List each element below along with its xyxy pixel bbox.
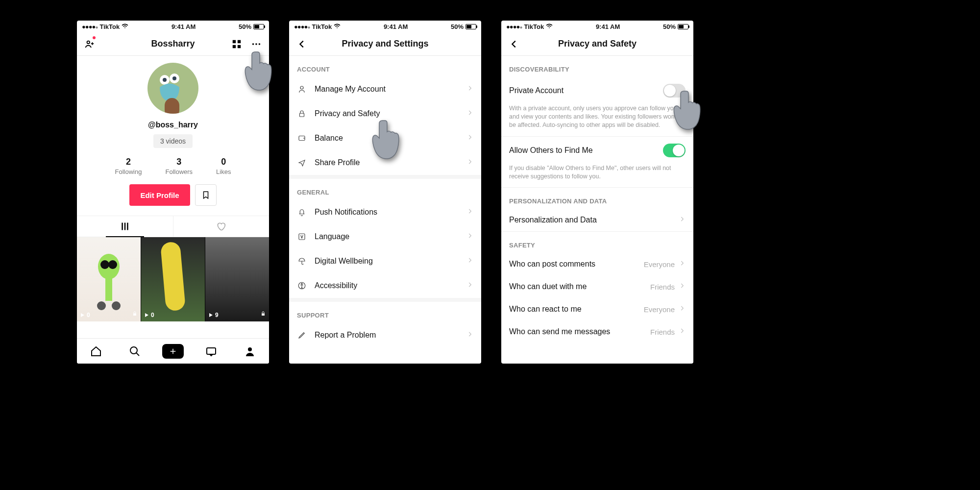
- chevron-right-icon: [466, 109, 473, 118]
- row-push-notifications[interactable]: Push Notifications: [289, 200, 481, 224]
- battery-percent: 50%: [451, 23, 464, 30]
- qr-button[interactable]: [226, 32, 247, 55]
- row-personalization[interactable]: Personalization and Data: [501, 209, 693, 231]
- pencil-icon: [297, 331, 307, 340]
- row-accessibility[interactable]: Accessibility: [289, 273, 481, 298]
- edit-profile-button[interactable]: Edit Profile: [129, 184, 190, 206]
- svg-point-21: [112, 301, 121, 310]
- svg-point-24: [130, 347, 137, 354]
- umbrella-icon: [297, 257, 307, 266]
- lock-icon: [132, 310, 138, 318]
- nav-search[interactable]: [115, 339, 153, 364]
- svg-rect-4: [238, 45, 241, 48]
- svg-rect-23: [262, 314, 265, 316]
- safety-header: Privacy and Safety: [501, 32, 693, 56]
- chevron-right-icon: [679, 305, 686, 314]
- chevron-right-icon: [679, 282, 686, 291]
- video-thumb[interactable]: 9: [205, 237, 269, 321]
- chevron-right-icon: [466, 331, 473, 340]
- svg-rect-15: [127, 223, 128, 230]
- wifi-icon: [334, 23, 341, 31]
- svg-point-27: [300, 86, 303, 89]
- chevron-right-icon: [466, 85, 473, 94]
- battery-percent: 50%: [239, 23, 251, 30]
- svg-point-20: [97, 301, 106, 310]
- row-report-problem[interactable]: Report a Problem: [289, 323, 481, 347]
- bookmark-button[interactable]: [195, 184, 217, 206]
- nav-profile[interactable]: [231, 339, 269, 364]
- chevron-right-icon: [466, 208, 473, 217]
- battery-percent: 50%: [663, 23, 676, 30]
- status-bar: ●●●●● TikTok 9:41 AM 50%: [289, 21, 481, 32]
- nav-create[interactable]: [154, 339, 192, 364]
- accessibility-icon: [297, 281, 307, 290]
- stat-likes[interactable]: 0 Likes: [216, 157, 231, 175]
- language-icon: [297, 232, 307, 241]
- row-share-profile[interactable]: Share Profile: [289, 150, 481, 175]
- chevron-right-icon: [679, 260, 686, 269]
- profile-header: Bossharry: [77, 32, 269, 56]
- bell-icon: [297, 208, 307, 217]
- svg-rect-12: [165, 98, 179, 114]
- section-support-header: SUPPORT: [289, 302, 481, 323]
- row-manage-account[interactable]: Manage My Account: [289, 77, 481, 101]
- nav-home[interactable]: [77, 339, 115, 364]
- nav-inbox[interactable]: [192, 339, 230, 364]
- back-button[interactable]: [503, 32, 525, 55]
- screen-settings: ●●●●● TikTok 9:41 AM 50% Privacy and Set…: [289, 21, 481, 364]
- back-button[interactable]: [291, 32, 313, 55]
- carrier-label: TikTok: [312, 23, 332, 30]
- video-thumb[interactable]: 0: [77, 237, 141, 321]
- row-private-account: Private Account: [501, 77, 693, 104]
- clock: 9:41 AM: [384, 23, 408, 30]
- wallet-icon: [297, 134, 307, 143]
- chevron-right-icon: [466, 281, 473, 290]
- status-bar: ●●●●● TikTok 9:41 AM 50%: [501, 21, 693, 32]
- row-who-messages[interactable]: Who can send me messages Friends: [501, 320, 693, 343]
- svg-rect-2: [238, 40, 241, 43]
- svg-rect-13: [122, 223, 123, 230]
- svg-rect-19: [105, 276, 112, 301]
- settings-header: Privacy and Settings: [289, 32, 481, 56]
- row-find-me: Allow Others to Find Me: [501, 136, 693, 164]
- toggle-private-account[interactable]: [663, 84, 686, 98]
- stat-following[interactable]: 2 Following: [115, 157, 142, 175]
- page-title: Privacy and Settings: [342, 39, 428, 49]
- svg-point-32: [301, 283, 302, 284]
- svg-point-6: [255, 43, 257, 45]
- svg-rect-3: [233, 45, 236, 48]
- section-safety-header: SAFETY: [501, 232, 693, 253]
- more-button[interactable]: [245, 32, 267, 55]
- carrier-label: TikTok: [524, 23, 544, 30]
- row-privacy-safety[interactable]: Privacy and Safety: [289, 101, 481, 126]
- signal-dots-icon: ●●●●●: [294, 23, 310, 30]
- video-count-badge[interactable]: 3 videos: [153, 134, 193, 148]
- svg-point-11: [172, 76, 176, 80]
- svg-point-7: [259, 43, 261, 45]
- row-who-post-comments[interactable]: Who can post comments Everyone: [501, 253, 693, 275]
- video-grid: 0 0 9: [77, 237, 269, 321]
- svg-rect-28: [300, 113, 304, 117]
- row-who-duet[interactable]: Who can duet with me Friends: [501, 275, 693, 298]
- toggle-find-me[interactable]: [663, 144, 686, 157]
- chevron-right-icon: [466, 232, 473, 241]
- signal-dots-icon: ●●●●●: [82, 23, 98, 30]
- row-balance[interactable]: Balance: [289, 126, 481, 150]
- wifi-icon: [122, 23, 128, 31]
- username: @boss_harry: [77, 121, 269, 129]
- chevron-right-icon: [466, 158, 473, 167]
- tab-posts[interactable]: [77, 216, 173, 237]
- section-account-header: ACCOUNT: [289, 56, 481, 77]
- video-thumb[interactable]: 0: [141, 237, 205, 321]
- lock-icon: [260, 310, 266, 318]
- find-me-desc: If you disable "Allow Others to Find Me"…: [501, 164, 693, 188]
- avatar[interactable]: [147, 63, 198, 114]
- lock-icon: [297, 109, 307, 118]
- row-language[interactable]: Language: [289, 224, 481, 249]
- add-friend-button[interactable]: [79, 32, 100, 55]
- tab-liked[interactable]: [173, 216, 270, 237]
- screen-privacy-safety: ●●●●● TikTok 9:41 AM 50% Privacy and Saf…: [501, 21, 693, 364]
- row-who-react[interactable]: Who can react to me Everyone: [501, 298, 693, 320]
- row-digital-wellbeing[interactable]: Digital Wellbeing: [289, 249, 481, 273]
- stat-followers[interactable]: 3 Followers: [165, 157, 193, 175]
